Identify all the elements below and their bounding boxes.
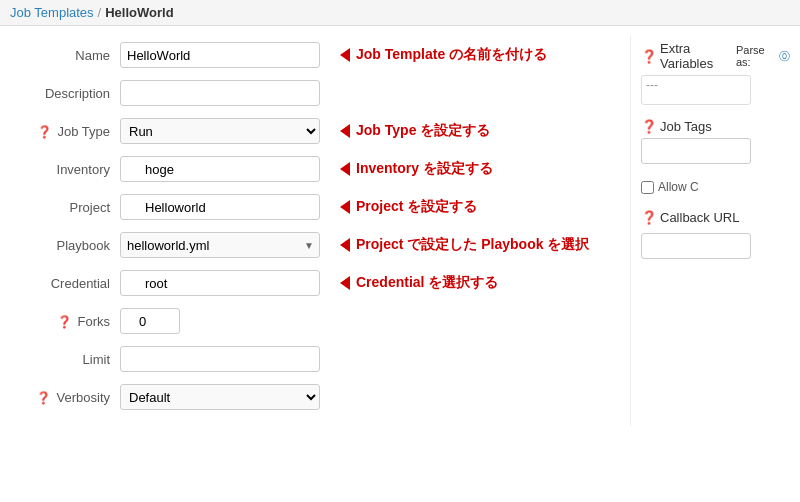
inventory-label: Inventory — [20, 162, 120, 177]
forks-input[interactable] — [120, 308, 180, 334]
job-type-help-icon: ❓ — [37, 125, 52, 139]
inventory-arrow-icon — [340, 162, 350, 176]
breadcrumb: Job Templates / HelloWorld — [0, 0, 800, 26]
breadcrumb-current: HelloWorld — [105, 5, 173, 20]
inventory-input[interactable] — [120, 156, 320, 182]
inventory-search-wrap: 🔍 — [120, 156, 320, 182]
name-arrow-icon — [340, 48, 350, 62]
job-type-annotation: Job Type を設定する — [340, 122, 490, 140]
job-tags-label-row: ❓ Job Tags — [641, 119, 790, 134]
job-type-label: ❓ Job Type — [20, 124, 120, 139]
job-type-row: ❓ Job Type Run Check Scan Job Type を設定する — [20, 117, 610, 145]
playbook-select-wrap: helloworld.yml ▼ — [120, 232, 320, 258]
callback-url-input[interactable] — [641, 233, 751, 259]
name-input[interactable] — [120, 42, 320, 68]
playbook-label: Playbook — [20, 238, 120, 253]
job-type-select[interactable]: Run Check Scan — [120, 118, 320, 144]
credential-label: Credential — [20, 276, 120, 291]
parse-as-row: Parse as: ⓪ — [736, 44, 790, 68]
job-type-annotation-text: Job Type を設定する — [356, 122, 490, 140]
playbook-arrow-left-icon — [340, 238, 350, 252]
limit-label: Limit — [20, 352, 120, 367]
forks-row: ❓ Forks — [20, 307, 610, 335]
project-annotation: Project を設定する — [340, 198, 477, 216]
description-label: Description — [20, 86, 120, 101]
project-search-wrap: 🔍 — [120, 194, 320, 220]
inventory-row: Inventory 🔍 Inventory を設定する — [20, 155, 610, 183]
inventory-annotation-text: Inventory を設定する — [356, 160, 493, 178]
verbosity-help-icon: ❓ — [36, 391, 51, 405]
credential-row: Credential 🔍 Credential を選択する — [20, 269, 610, 297]
extra-variables-help-icon: ❓ — [641, 49, 657, 64]
verbosity-row: ❓ Verbosity Default Verbose More Verbose… — [20, 383, 610, 411]
verbosity-select[interactable]: Default Verbose More Verbose Debug — [120, 384, 320, 410]
playbook-annotation: Project で設定した Playbook を選択 — [340, 236, 589, 254]
job-tags-input[interactable] — [641, 138, 751, 164]
job-type-arrow-icon — [340, 124, 350, 138]
allow-callbacks-checkbox[interactable] — [641, 181, 654, 194]
limit-row: Limit — [20, 345, 610, 373]
description-input[interactable] — [120, 80, 320, 106]
name-row: Name Job Template の名前を付ける — [20, 41, 610, 69]
project-arrow-icon — [340, 200, 350, 214]
description-row: Description — [20, 79, 610, 107]
credential-input[interactable] — [120, 270, 320, 296]
allow-callbacks-row: Allow C — [641, 180, 790, 194]
main-content: Name Job Template の名前を付ける Description ❓ … — [0, 26, 800, 436]
name-label: Name — [20, 48, 120, 63]
verbosity-label: ❓ Verbosity — [20, 390, 120, 405]
callback-url-label-row: ❓ Callback URL — [641, 210, 790, 225]
extra-variables-label: ❓ Extra Variables — [641, 41, 736, 71]
forks-help-icon: ❓ — [57, 315, 72, 329]
name-annotation: Job Template の名前を付ける — [340, 46, 547, 64]
limit-input[interactable] — [120, 346, 320, 372]
name-annotation-text: Job Template の名前を付ける — [356, 46, 547, 64]
breadcrumb-parent-link[interactable]: Job Templates — [10, 5, 94, 20]
credential-annotation-text: Credential を選択する — [356, 274, 498, 292]
playbook-row: Playbook helloworld.yml ▼ Project で設定した … — [20, 231, 610, 259]
playbook-annotation-text: Project で設定した Playbook を選択 — [356, 236, 589, 254]
extra-variables-content: --- — [641, 75, 751, 105]
callback-url-row: ❓ Callback URL — [641, 210, 790, 275]
inventory-annotation: Inventory を設定する — [340, 160, 493, 178]
credential-search-wrap: 🔍 — [120, 270, 320, 296]
project-input[interactable] — [120, 194, 320, 220]
project-label: Project — [20, 200, 120, 215]
breadcrumb-separator: / — [98, 5, 102, 20]
parse-as-icon: ⓪ — [779, 49, 790, 64]
project-row: Project 🔍 Project を設定する — [20, 193, 610, 221]
right-panel: ❓ Extra Variables Parse as: ⓪ --- ❓ Job … — [630, 36, 800, 426]
job-tags-help-icon: ❓ — [641, 119, 657, 134]
callback-url-help-icon: ❓ — [641, 210, 657, 225]
form-area: Name Job Template の名前を付ける Description ❓ … — [0, 36, 630, 426]
credential-arrow-icon — [340, 276, 350, 290]
forks-label: ❓ Forks — [20, 314, 120, 329]
credential-annotation: Credential を選択する — [340, 274, 498, 292]
project-annotation-text: Project を設定する — [356, 198, 477, 216]
playbook-select[interactable]: helloworld.yml — [120, 232, 320, 258]
